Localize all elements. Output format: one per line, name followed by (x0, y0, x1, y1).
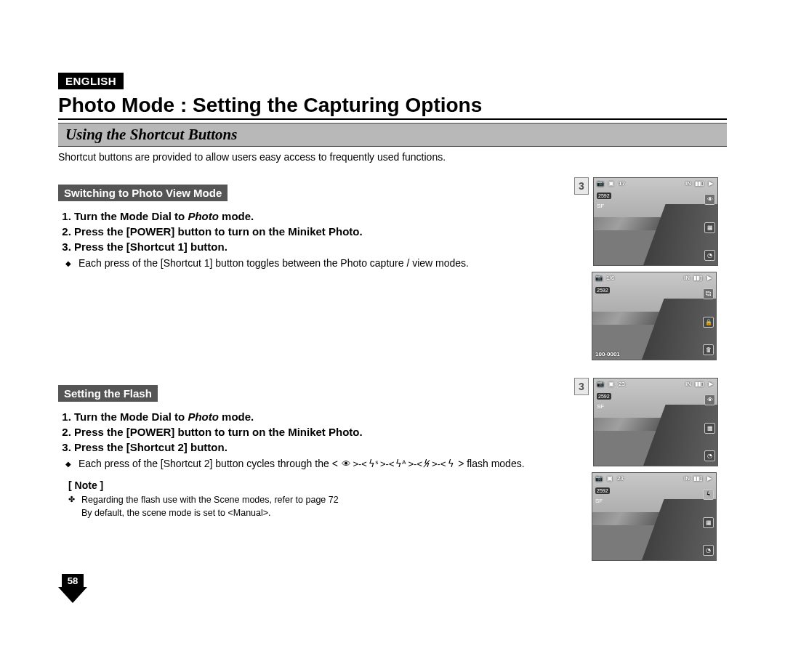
sf-badge: SF (597, 203, 604, 209)
camera-icon: 📷 (597, 180, 604, 187)
battery-icon: ▮▮▯ (695, 180, 704, 187)
step1: Turn the Mode Dial to Photo mode. (74, 410, 560, 423)
block-photo-view: Switching to Photo View Mode Turn the Mo… (58, 177, 727, 360)
focus-icon: ▣ (608, 180, 615, 187)
redeye-icon: 👁 (704, 194, 715, 205)
battery-icon: ▮▮▯ (693, 475, 702, 482)
flash-mode-sequence: 👁>-<ϟˢ>-<ϟᴬ>-<ϟ̸>-<ϟ (338, 458, 458, 469)
timer-icon: ◔ (703, 545, 714, 556)
timer-icon: ◔ (704, 450, 715, 461)
metering-icon: ▦ (704, 222, 715, 233)
step3-detail: Each press of the [Shortcut 1] button to… (78, 257, 560, 269)
step2: Press the [POWER] button to turn on the … (74, 225, 560, 238)
note-line: Regarding the flash use with the Scene m… (81, 494, 560, 519)
focus-icon: ▣ (606, 475, 613, 482)
step2: Press the [POWER] button to turn on the … (74, 426, 560, 438)
note-header: [ Note ] (68, 479, 560, 491)
page-title: Photo Mode : Setting the Capturing Optio… (58, 94, 727, 120)
subheader-photo-view: Switching to Photo View Mode (58, 185, 228, 201)
metering-icon: ▦ (703, 517, 714, 528)
play-icon: ▶ (706, 475, 713, 482)
step3: Press the [Shortcut 2] button. (74, 441, 560, 453)
focus-icon: ▣ (608, 381, 615, 387)
section-title-bar: Using the Shortcut Buttons (58, 123, 727, 147)
page-number-triangle-icon (58, 587, 87, 603)
step3-detail: Each press of the [Shortcut 2] button cy… (78, 458, 560, 469)
camera-icon: 📷 (595, 275, 603, 281)
resolution-badge: 2592 (595, 287, 610, 294)
metering-icon: ▦ (704, 423, 715, 434)
timer-icon: ◔ (704, 250, 715, 261)
step1: Turn the Mode Dial to Photo mode. (74, 210, 560, 222)
figure-step-number: 3 (574, 177, 589, 195)
intro-text: Shortcut buttons are provided to allow u… (58, 151, 727, 163)
lcd-flash-before: 📷▣23 IN▮▮▯▶ 2592 SF 👁 ▦ ◔ (593, 378, 718, 466)
battery-icon: ▮▮▯ (693, 275, 702, 281)
lcd-capture-mode: 📷▣17 IN▮▮▯▶ 2592 SF 👁 ▦ ◔ (593, 177, 718, 266)
trash-icon: 🗑 (703, 344, 714, 355)
lcd-flash-after: 📷▣23 IN▮▮▯▶ 2592 SF ϟ ▦ ◔ (592, 472, 717, 561)
play-icon: ▶ (707, 180, 714, 187)
page-number: 58 (62, 574, 84, 588)
file-number-label: 100-0001 (595, 351, 620, 357)
resolution-badge: 2592 (597, 393, 611, 400)
resolution-badge: 2592 (597, 193, 611, 199)
page-number-indicator: 58 (58, 574, 87, 603)
redeye-icon: 👁 (704, 394, 715, 405)
subheader-flash: Setting the Flash (58, 385, 158, 402)
copy-icon: ⿻ (703, 288, 714, 299)
play-icon: ▶ (707, 381, 714, 387)
step3: Press the [Shortcut 1] button. (74, 240, 560, 253)
resolution-badge: 2592 (595, 487, 610, 494)
play-icon: ▶ (706, 275, 713, 281)
camera-icon: 📷 (595, 475, 603, 482)
language-badge: ENGLISH (58, 73, 124, 89)
lcd-view-mode: 📷1/6 IN▮▮▯▶ 2592 ⿻ 🔒 🗑 100-0001 (592, 272, 717, 360)
sf-badge: SF (595, 498, 603, 504)
sf-badge: SF (597, 403, 604, 410)
flash-icon: ϟ (703, 489, 714, 500)
block-flash: Setting the Flash Turn the Mode Dial to … (58, 378, 727, 561)
lock-icon: 🔒 (703, 317, 714, 328)
battery-icon: ▮▮▯ (695, 381, 704, 387)
figure-step-number: 3 (574, 378, 589, 395)
camera-icon: 📷 (597, 381, 604, 387)
